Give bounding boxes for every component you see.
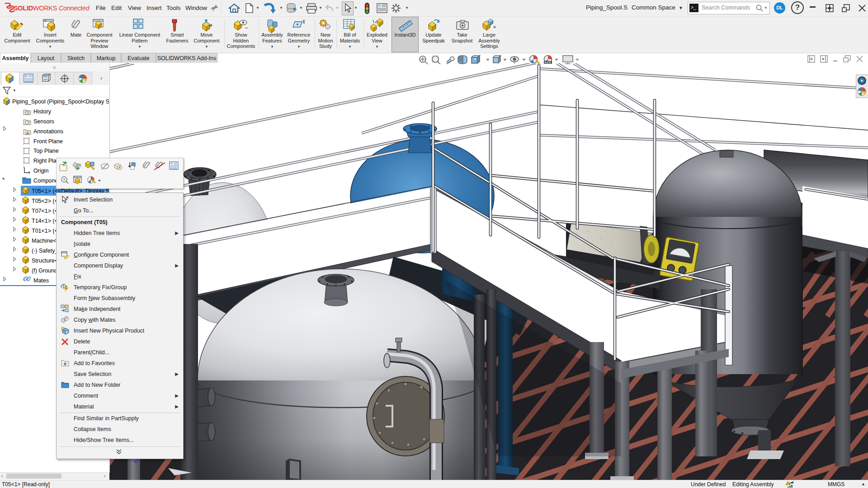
svg-text:Piping_Spool (Piping_Spool<Di: Piping_Spool (Piping_Spool<Display Stat: [12, 99, 109, 105]
svg-text:A: A: [26, 131, 29, 135]
svg-text:T07<1> (<: T07<1> (<: [32, 208, 58, 214]
svg-text:Annotations: Annotations: [33, 128, 63, 135]
svg-text:(-) Safety_: (-) Safety_: [32, 248, 58, 254]
svg-text:T14<1> (<: T14<1> (<: [32, 218, 58, 224]
svg-text:History: History: [33, 108, 52, 115]
svg-text:Origin: Origin: [33, 168, 48, 174]
svg-text:(f) Ground: (f) Ground: [32, 267, 57, 274]
svg-text:T05<2> (<: T05<2> (<: [32, 198, 58, 204]
svg-text:Machine<: Machine<: [32, 238, 57, 244]
svg-text:Top Plane: Top Plane: [33, 148, 59, 154]
svg-text:T01<1> (<: T01<1> (<: [32, 228, 58, 234]
svg-text:Sensors: Sensors: [33, 118, 54, 125]
svg-text:Front Plane: Front Plane: [33, 138, 63, 145]
svg-text:Mates: Mates: [33, 277, 49, 284]
svg-text:Structure<: Structure<: [32, 258, 58, 264]
